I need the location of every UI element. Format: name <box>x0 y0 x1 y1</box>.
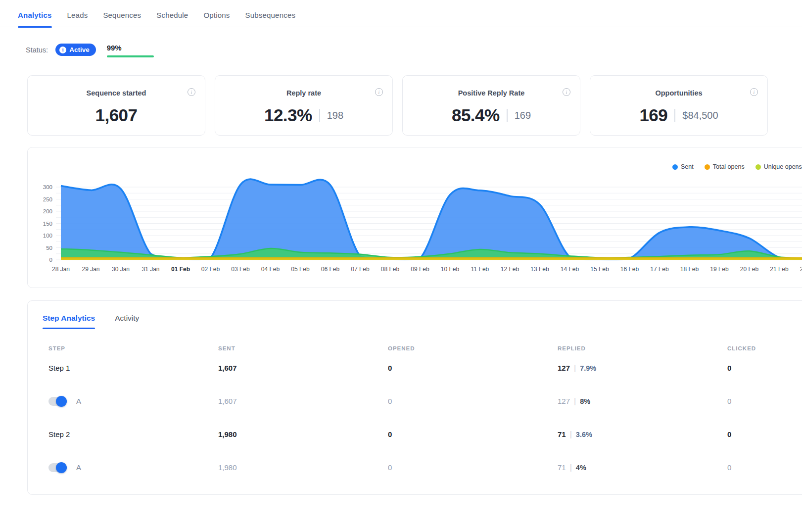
tab-analytics[interactable]: Analytics <box>18 11 52 27</box>
status-label: Status: <box>26 46 48 54</box>
variant-a-toggle[interactable] <box>48 463 67 472</box>
x-axis-tick: 06 Feb <box>321 266 340 273</box>
table-row[interactable]: Step 1 1,607 0 127|7.9% 0 <box>28 351 802 385</box>
replied-value: 71 <box>558 463 566 472</box>
clicked-value: 0 <box>727 397 802 405</box>
variant-label: A <box>76 463 81 472</box>
card-title: Sequence started <box>28 89 205 97</box>
progress-bar <box>107 55 154 57</box>
x-axis-tick: 08 Feb <box>381 266 400 273</box>
legend-item[interactable]: Unique opens <box>755 163 802 170</box>
tab-activity[interactable]: Activity <box>115 314 139 329</box>
x-axis-tick: 31 Jan <box>142 266 159 273</box>
stat-cards: Sequence started i 1,607 Reply rate i 12… <box>27 75 802 136</box>
value-divider <box>507 109 508 122</box>
variant-a-toggle[interactable] <box>48 397 67 406</box>
value-divider <box>674 109 675 122</box>
replied-cell: 71|3.6% <box>558 430 727 439</box>
replied-percent: 7.9% <box>580 364 596 372</box>
info-icon: i <box>59 47 66 53</box>
replied-value: 127 <box>558 364 570 372</box>
sent-value: 1,980 <box>218 463 388 472</box>
sent-value: 1,607 <box>218 397 388 405</box>
card-title: Positive Reply Rate <box>403 89 580 97</box>
card-title: Reply rate <box>215 89 392 97</box>
toggle-knob <box>56 396 67 407</box>
card-reply-rate: Reply rate i 12.3% 198 <box>215 75 393 136</box>
status-badge-label: Active <box>69 46 90 53</box>
col-step: STEP <box>48 345 218 351</box>
opened-value: 0 <box>388 463 558 472</box>
table-row[interactable]: Step 2 1,980 0 71|3.6% 0 <box>28 418 802 451</box>
legend-label: Total opens <box>713 163 745 170</box>
progress-percent: 99% <box>107 44 154 52</box>
legend-item[interactable]: Sent <box>672 163 694 170</box>
x-axis-tick: 18 Feb <box>680 266 699 273</box>
tab-leads[interactable]: Leads <box>67 11 88 27</box>
step-label: Step 2 <box>48 430 218 438</box>
value-divider <box>319 109 320 122</box>
x-axis-tick: 29 Jan <box>82 266 99 273</box>
opened-value: 0 <box>388 397 558 405</box>
legend-dot-icon <box>755 164 761 170</box>
sequence-activity-chart[interactable]: 05010015020025030028 Jan29 Jan30 Jan31 J… <box>28 177 802 282</box>
table-row-variant[interactable]: A 1,980 0 71|4% 0 <box>28 451 802 484</box>
info-icon[interactable]: i <box>750 88 758 96</box>
value-separator: | <box>570 430 572 438</box>
x-axis-tick: 21 Feb <box>770 266 789 273</box>
x-axis-tick: 05 Feb <box>291 266 310 273</box>
chart-legend: SentTotal opensUnique opens <box>672 163 802 170</box>
card-value: 12.3% <box>264 105 312 125</box>
status-row: Status: i Active 99% <box>0 27 802 57</box>
card-value: 169 <box>639 105 667 125</box>
replied-percent: 4% <box>576 464 586 472</box>
replied-percent: 3.6% <box>576 431 592 438</box>
legend-label: Sent <box>681 163 694 170</box>
y-axis-tick: 250 <box>43 196 52 202</box>
y-axis-tick: 300 <box>43 184 52 190</box>
x-axis-tick: 22 Feb <box>800 266 802 273</box>
x-axis-tick: 01 Feb <box>171 266 190 273</box>
tab-subsequences[interactable]: Subsequences <box>245 11 296 27</box>
replied-cell: 71|4% <box>558 463 727 472</box>
info-icon[interactable]: i <box>563 88 570 96</box>
x-axis-tick: 09 Feb <box>411 266 429 273</box>
tab-step-analytics[interactable]: Step Analytics <box>43 314 95 329</box>
replied-value: 71 <box>558 430 566 438</box>
col-sent: SENT <box>218 345 388 351</box>
x-axis-tick: 12 Feb <box>501 266 519 273</box>
card-positive-reply-rate: Positive Reply Rate i 85.4% 169 <box>402 75 580 136</box>
card-sub-value: $84,500 <box>682 110 718 121</box>
x-axis-tick: 10 Feb <box>441 266 460 273</box>
legend-dot-icon <box>705 164 710 170</box>
card-opportunities: Opportunities i 169 $84,500 <box>590 75 768 136</box>
card-value: 85.4% <box>452 105 500 125</box>
opened-value: 0 <box>388 430 558 438</box>
y-axis-tick: 100 <box>43 233 52 239</box>
tab-options[interactable]: Options <box>203 11 230 27</box>
card-sub-value: 169 <box>515 110 531 121</box>
x-axis-tick: 13 Feb <box>530 266 549 273</box>
sent-value: 1,607 <box>218 364 388 372</box>
x-axis-tick: 17 Feb <box>650 266 669 273</box>
top-nav: Analytics Leads Sequences Schedule Optio… <box>0 0 802 27</box>
legend-item[interactable]: Total opens <box>705 163 745 170</box>
info-icon[interactable]: i <box>188 88 195 96</box>
x-axis-tick: 07 Feb <box>351 266 370 273</box>
table-header-row: STEP SENT OPENED REPLIED CLICKED <box>28 345 802 351</box>
info-icon[interactable]: i <box>375 88 383 96</box>
table-row-variant[interactable]: A 1,607 0 127|8% 0 <box>28 385 802 418</box>
legend-dot-icon <box>672 164 678 170</box>
card-title: Opportunities <box>590 89 767 97</box>
replied-cell: 127|7.9% <box>558 364 727 373</box>
y-axis-tick: 200 <box>43 208 52 214</box>
x-axis-tick: 16 Feb <box>620 266 639 273</box>
x-axis-tick: 20 Feb <box>740 266 759 273</box>
clicked-value: 0 <box>727 364 802 372</box>
tab-schedule[interactable]: Schedule <box>156 11 188 27</box>
step-label: Step 1 <box>48 364 218 372</box>
x-axis-tick: 15 Feb <box>590 266 609 273</box>
status-badge[interactable]: i Active <box>55 44 96 56</box>
y-axis-tick: 0 <box>49 257 52 263</box>
tab-sequences[interactable]: Sequences <box>103 11 141 27</box>
